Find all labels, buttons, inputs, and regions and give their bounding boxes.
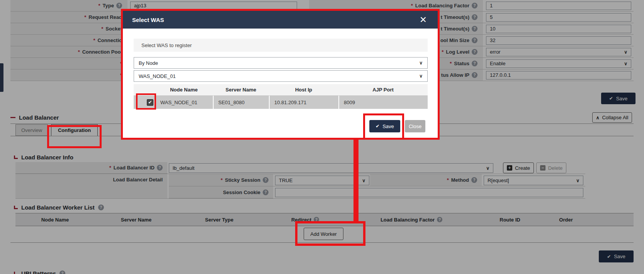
page: * Type ? ajp13 * Request Read * Socket *… <box>0 0 644 274</box>
chevron-down-icon: ∨ <box>419 73 423 79</box>
annotation-box-modal-save <box>363 113 404 140</box>
modal-info-text: Select WAS to register <box>141 42 192 48</box>
col-server-name: Server Name <box>226 87 257 93</box>
modal-header: Select WAS ✕ <box>123 11 438 29</box>
modal-close-label: Close <box>409 123 421 129</box>
close-icon[interactable]: ✕ <box>420 15 427 24</box>
scope-select-value: By Node <box>139 60 158 66</box>
col-host-ip: Host Ip <box>295 87 312 93</box>
was-table-header: Node Name Server Name Host Ip AJP Port <box>134 84 428 96</box>
was-table: Node Name Server Name Host Ip AJP Port ✔… <box>134 84 428 109</box>
col-ajp-port: AJP Port <box>372 87 394 93</box>
scope-select[interactable]: By Node ∨ <box>134 57 428 69</box>
cell-host-ip: 10.81.209.171 <box>274 100 306 105</box>
modal-info-bar: Select WAS to register <box>134 39 428 52</box>
was-table-row[interactable]: ✔ WAS_NODE_01 SE01_8080 10.81.209.171 80… <box>134 96 428 109</box>
modal-title: Select WAS <box>132 17 164 23</box>
col-node-name: Node Name <box>170 87 198 93</box>
cell-server-name: SE01_8080 <box>218 100 245 105</box>
chevron-down-icon: ∨ <box>419 60 423 66</box>
annotation-box-configuration-tab <box>47 125 102 148</box>
annotation-box-checkbox <box>136 93 156 110</box>
node-select[interactable]: WAS_NODE_01 ∨ <box>134 70 428 82</box>
cell-ajp-port: 8009 <box>344 100 355 105</box>
cell-node-name: WAS_NODE_01 <box>160 100 197 105</box>
node-select-value: WAS_NODE_01 <box>139 73 176 79</box>
annotation-box-add-worker <box>295 221 365 246</box>
modal-close-button[interactable]: Close <box>405 120 425 132</box>
annotation-connector-line <box>353 137 359 223</box>
